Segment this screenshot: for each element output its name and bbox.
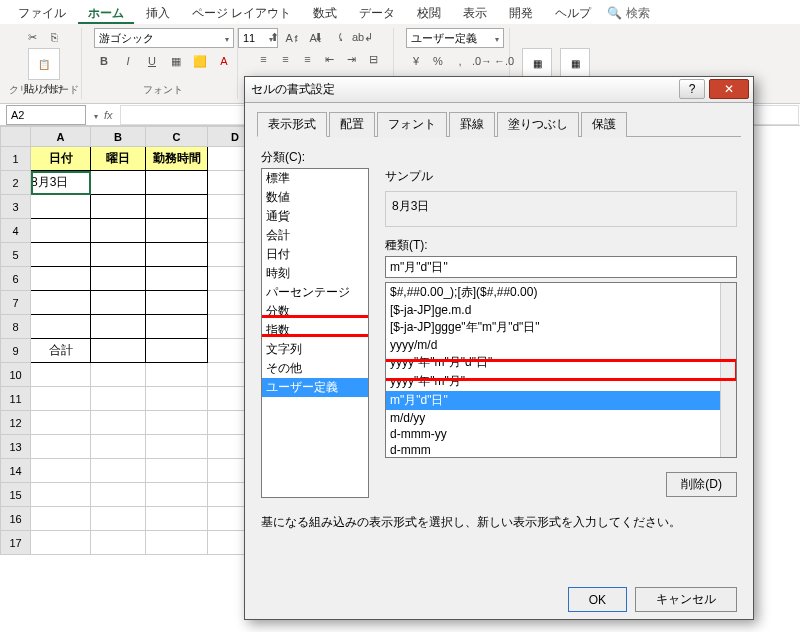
cell-B15[interactable] <box>91 483 146 507</box>
cell-A1[interactable]: 日付 <box>31 147 91 171</box>
number-format-select[interactable]: ユーザー定義 <box>406 28 504 48</box>
cell-C9[interactable] <box>146 339 208 363</box>
underline-button[interactable]: U <box>142 52 162 70</box>
currency-icon[interactable]: ¥ <box>406 52 426 70</box>
type-item[interactable]: m/d/yy <box>386 410 736 426</box>
dialog-close-button[interactable]: ✕ <box>709 79 749 99</box>
cell-B3[interactable] <box>91 195 146 219</box>
cell-C1[interactable]: 勤務時間 <box>146 147 208 171</box>
tab-help[interactable]: ヘルプ <box>545 2 601 24</box>
row-12[interactable]: 12 <box>1 411 31 435</box>
cell-B7[interactable] <box>91 291 146 315</box>
type-item[interactable]: d-mmm-yy <box>386 426 736 442</box>
fill-color-button[interactable]: 🟨 <box>190 52 210 70</box>
cell-C4[interactable] <box>146 219 208 243</box>
type-item[interactable]: yyyy"年"m"月" <box>386 372 736 391</box>
cell-B5[interactable] <box>91 243 146 267</box>
tab-data[interactable]: データ <box>349 2 405 24</box>
cell-C11[interactable] <box>146 387 208 411</box>
cat-custom[interactable]: ユーザー定義 <box>262 378 368 397</box>
cell-C16[interactable] <box>146 507 208 531</box>
decrease-decimal-icon[interactable]: ←.0 <box>494 52 514 70</box>
row-14[interactable]: 14 <box>1 459 31 483</box>
cell-A6[interactable] <box>31 267 91 291</box>
cell-A7[interactable] <box>31 291 91 315</box>
dlg-tab-number[interactable]: 表示形式 <box>257 112 327 137</box>
row-3[interactable]: 3 <box>1 195 31 219</box>
cat-other[interactable]: その他 <box>262 359 368 378</box>
col-A[interactable]: A <box>31 127 91 147</box>
align-center-icon[interactable]: ≡ <box>276 50 296 68</box>
dlg-tab-font[interactable]: フォント <box>377 112 447 137</box>
cell-B11[interactable] <box>91 387 146 411</box>
cell-C15[interactable] <box>146 483 208 507</box>
col-B[interactable]: B <box>91 127 146 147</box>
cell-C2[interactable] <box>146 171 208 195</box>
cell-A13[interactable] <box>31 435 91 459</box>
cat-fraction[interactable]: 分数 <box>262 302 368 321</box>
ok-button[interactable]: OK <box>568 587 627 612</box>
row-5[interactable]: 5 <box>1 243 31 267</box>
cell-A17[interactable] <box>31 531 91 555</box>
cell-B10[interactable] <box>91 363 146 387</box>
cell-C13[interactable] <box>146 435 208 459</box>
font-color-button[interactable]: A <box>214 52 234 70</box>
cancel-button[interactable]: キャンセル <box>635 587 737 612</box>
cell-A8[interactable] <box>31 315 91 339</box>
cell-A12[interactable] <box>31 411 91 435</box>
cat-standard[interactable]: 標準 <box>262 169 368 188</box>
row-11[interactable]: 11 <box>1 387 31 411</box>
row-10[interactable]: 10 <box>1 363 31 387</box>
cell-B14[interactable] <box>91 459 146 483</box>
dialog-titlebar[interactable]: セルの書式設定 ? ✕ <box>245 77 753 103</box>
cell-C6[interactable] <box>146 267 208 291</box>
align-right-icon[interactable]: ≡ <box>298 50 318 68</box>
increase-indent-icon[interactable]: ⇥ <box>342 50 362 68</box>
bold-button[interactable]: B <box>94 52 114 70</box>
conditional-format-icon[interactable]: ▦ <box>522 48 552 80</box>
cell-B17[interactable] <box>91 531 146 555</box>
align-left-icon[interactable]: ≡ <box>254 50 274 68</box>
tab-insert[interactable]: 挿入 <box>136 2 180 24</box>
cat-currency[interactable]: 通貨 <box>262 207 368 226</box>
cell-C3[interactable] <box>146 195 208 219</box>
cell-C7[interactable] <box>146 291 208 315</box>
col-C[interactable]: C <box>146 127 208 147</box>
cell-C8[interactable] <box>146 315 208 339</box>
cell-B13[interactable] <box>91 435 146 459</box>
cell-B2[interactable] <box>91 171 146 195</box>
row-9[interactable]: 9 <box>1 339 31 363</box>
type-item[interactable]: yyyy"年"m"月"d"日" <box>386 353 736 372</box>
orientation-icon[interactable]: ⤹ <box>331 28 351 46</box>
cell-B9[interactable] <box>91 339 146 363</box>
tab-file[interactable]: ファイル <box>8 2 76 24</box>
paste-button[interactable]: 📋 <box>28 48 60 80</box>
percent-icon[interactable]: % <box>428 52 448 70</box>
cell-A14[interactable] <box>31 459 91 483</box>
row-8[interactable]: 8 <box>1 315 31 339</box>
comma-icon[interactable]: , <box>450 52 470 70</box>
cat-time[interactable]: 時刻 <box>262 264 368 283</box>
delete-button[interactable]: 削除(D) <box>666 472 737 497</box>
decrease-indent-icon[interactable]: ⇤ <box>320 50 340 68</box>
type-item-selected[interactable]: m"月"d"日" <box>386 391 736 410</box>
row-6[interactable]: 6 <box>1 267 31 291</box>
cell-B16[interactable] <box>91 507 146 531</box>
cell-A3[interactable] <box>31 195 91 219</box>
dialog-help-button[interactable]: ? <box>679 79 705 99</box>
row-1[interactable]: 1 <box>1 147 31 171</box>
cell-B4[interactable] <box>91 219 146 243</box>
tab-review[interactable]: 校閲 <box>407 2 451 24</box>
cell-C17[interactable] <box>146 531 208 555</box>
select-all-corner[interactable] <box>1 127 31 147</box>
row-2[interactable]: 2 <box>1 171 31 195</box>
increase-decimal-icon[interactable]: .0→ <box>472 52 492 70</box>
dlg-tab-alignment[interactable]: 配置 <box>329 112 375 137</box>
type-item[interactable]: [$-ja-JP]ge.m.d <box>386 302 736 318</box>
row-13[interactable]: 13 <box>1 435 31 459</box>
tab-page-layout[interactable]: ページ レイアウト <box>182 2 301 24</box>
dlg-tab-protection[interactable]: 保護 <box>581 112 627 137</box>
type-item[interactable]: yyyy/m/d <box>386 337 736 353</box>
copy-icon[interactable]: ⎘ <box>45 28 65 46</box>
merge-icon[interactable]: ⊟ <box>364 50 384 68</box>
